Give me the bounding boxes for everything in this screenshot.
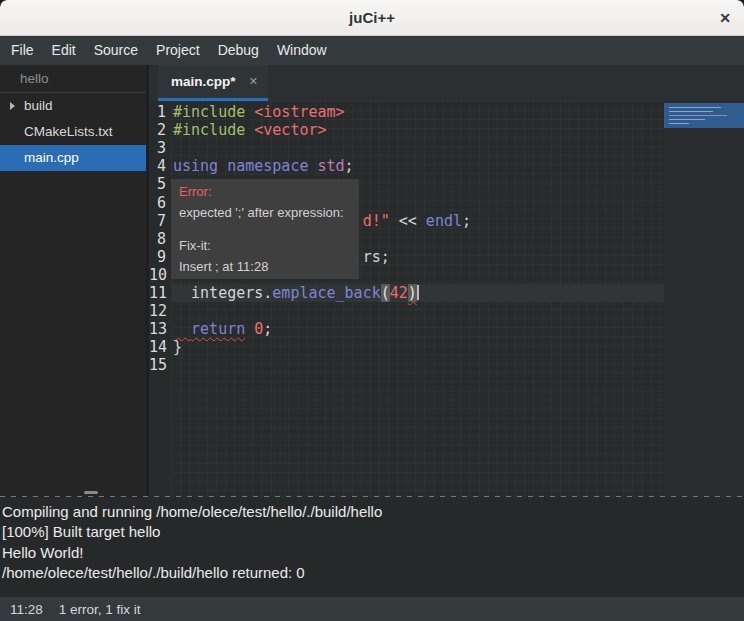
code-token: ; bbox=[263, 320, 272, 338]
close-icon[interactable]: ✕ bbox=[719, 0, 731, 36]
line-number: 1 bbox=[149, 103, 166, 121]
code-line[interactable]: using namespace std; bbox=[171, 157, 354, 175]
line-number: 15 bbox=[149, 356, 166, 374]
code-line[interactable]: #include <vector> bbox=[171, 121, 327, 139]
project-name: hello bbox=[0, 65, 146, 93]
output-line: /home/olece/test/hello/./build/hello ret… bbox=[2, 563, 744, 583]
code-line[interactable]: return 0; bbox=[171, 320, 272, 338]
expander-icon[interactable] bbox=[10, 102, 15, 110]
line-number: 9 bbox=[149, 248, 166, 266]
tooltip-error-label: Error: bbox=[179, 184, 351, 199]
tab-label: main.cpp* bbox=[171, 65, 236, 98]
cursor-position: 11:28 bbox=[10, 602, 43, 617]
code-token: namespace bbox=[227, 157, 308, 175]
line-number: 13 bbox=[149, 320, 166, 338]
diagnostics-summary: 1 error, 1 fix it bbox=[59, 602, 141, 617]
tooltip-fixit-label: Fix-it: bbox=[179, 238, 351, 253]
code-token: endl bbox=[426, 212, 462, 230]
code-token: << bbox=[390, 212, 426, 230]
code-token: #include bbox=[173, 103, 254, 121]
line-number: 6 bbox=[149, 194, 166, 212]
code-token: return bbox=[191, 320, 245, 338]
tab-main-cpp[interactable]: main.cpp* ✕ bbox=[158, 65, 268, 101]
menu-item-debug[interactable]: Debug bbox=[209, 36, 268, 65]
code-token: ( bbox=[381, 284, 390, 302]
code-token: using bbox=[173, 157, 218, 175]
window-title: juCi++ bbox=[0, 0, 744, 36]
tooltip-fixit-text: Insert ; at 11:28 bbox=[179, 259, 351, 274]
code-line[interactable] bbox=[171, 139, 173, 157]
code-token bbox=[308, 157, 317, 175]
code-token: ) bbox=[408, 284, 417, 302]
code-token: rs; bbox=[363, 248, 390, 266]
code-token bbox=[218, 157, 227, 175]
code-line[interactable] bbox=[171, 302, 173, 320]
output-line: [100%] Built target hello bbox=[2, 522, 744, 542]
menubar: FileEditSourceProjectDebugWindow bbox=[0, 36, 744, 65]
sidebar-item-label: main.cpp bbox=[24, 145, 79, 171]
code-line[interactable]: } bbox=[171, 338, 182, 356]
code-token bbox=[173, 320, 191, 338]
menu-item-window[interactable]: Window bbox=[268, 36, 336, 65]
output-line: Hello World! bbox=[2, 543, 744, 563]
sidebar-item-main-cpp[interactable]: main.cpp bbox=[0, 145, 146, 171]
menu-item-source[interactable]: Source bbox=[85, 36, 147, 65]
file-tree-sidebar: hello buildCMakeLists.txtmain.cpp bbox=[0, 65, 146, 497]
code-token: <iostream> bbox=[254, 103, 344, 121]
tab-close-icon[interactable]: ✕ bbox=[249, 65, 258, 98]
line-number: 4 bbox=[149, 157, 166, 175]
pane-resize-grip[interactable] bbox=[84, 491, 98, 494]
line-number: 3 bbox=[149, 139, 166, 157]
file-tree: buildCMakeLists.txtmain.cpp bbox=[0, 93, 146, 171]
code-token: d!" bbox=[363, 212, 390, 230]
code-token: <vector> bbox=[254, 121, 326, 139]
overview-map[interactable] bbox=[664, 101, 744, 497]
menu-item-project[interactable]: Project bbox=[147, 36, 209, 65]
diagnostic-tooltip: Error: expected ';' after expression: Fi… bbox=[171, 179, 359, 279]
titlebar: juCi++ ✕ bbox=[0, 0, 744, 36]
line-number: 14 bbox=[149, 338, 166, 356]
text-cursor bbox=[417, 285, 419, 300]
sidebar-item-label: build bbox=[24, 93, 53, 119]
sidebar-item-label: CMakeLists.txt bbox=[24, 119, 113, 145]
line-number: 10 bbox=[149, 266, 166, 284]
status-bar: 11:28 1 error, 1 fix it bbox=[0, 597, 744, 621]
main-area: hello buildCMakeLists.txtmain.cpp main.c… bbox=[0, 65, 744, 497]
code-line[interactable]: integers.emplace_back(42) bbox=[171, 284, 419, 302]
code-token bbox=[245, 320, 254, 338]
tooltip-error-text: expected ';' after expression: bbox=[179, 205, 351, 220]
output-line: Compiling and running /home/olece/test/h… bbox=[2, 502, 744, 522]
code-line[interactable]: #include <iostream> bbox=[171, 103, 345, 121]
code-token: emplace_back bbox=[272, 284, 380, 302]
line-number: 5 bbox=[149, 175, 166, 193]
overview-visible-region[interactable] bbox=[664, 103, 744, 128]
terminal-output-panel[interactable]: Compiling and running /home/olece/test/h… bbox=[0, 497, 744, 597]
menu-item-file[interactable]: File bbox=[2, 36, 43, 65]
line-number: 12 bbox=[149, 302, 166, 320]
line-number: 8 bbox=[149, 230, 166, 248]
line-number: 7 bbox=[149, 212, 166, 230]
code-token: std bbox=[318, 157, 345, 175]
sidebar-item-build[interactable]: build bbox=[0, 93, 146, 119]
code-token: } bbox=[173, 338, 182, 356]
code-line[interactable] bbox=[171, 356, 173, 374]
code-editor[interactable]: 1#include <iostream>2#include <vector>34… bbox=[149, 101, 744, 497]
code-token: 42 bbox=[390, 284, 408, 302]
code-token: ; bbox=[462, 212, 471, 230]
sidebar-item-cmakelists-txt[interactable]: CMakeLists.txt bbox=[0, 119, 146, 145]
code-token: #include bbox=[173, 121, 254, 139]
menu-item-edit[interactable]: Edit bbox=[43, 36, 85, 65]
juci-window: juCi++ ✕ FileEditSourceProjectDebugWindo… bbox=[0, 0, 744, 621]
code-token: ; bbox=[345, 157, 354, 175]
tab-bar: main.cpp* ✕ bbox=[149, 65, 744, 101]
line-number: 2 bbox=[149, 121, 166, 139]
code-token: 0 bbox=[254, 320, 263, 338]
code-token: integers. bbox=[173, 284, 272, 302]
line-number: 11 bbox=[149, 284, 166, 302]
